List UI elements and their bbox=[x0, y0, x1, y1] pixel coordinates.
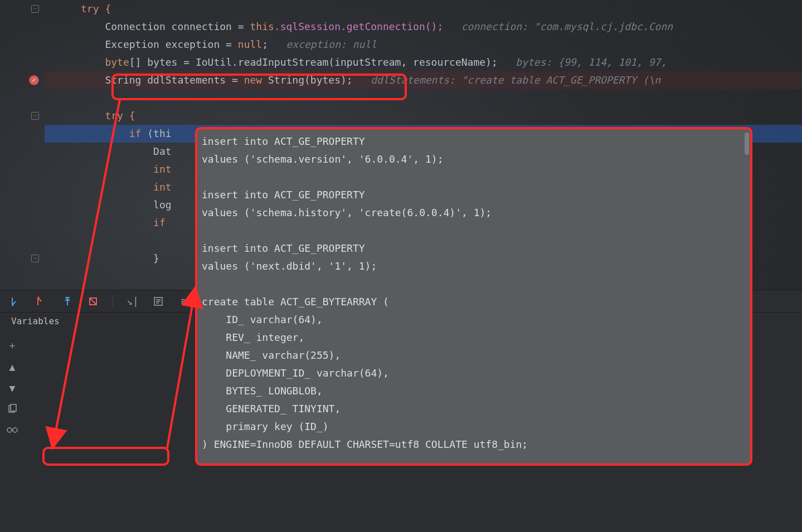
drop-frame-button[interactable] bbox=[87, 295, 99, 308]
code-text: (thi bbox=[141, 128, 171, 139]
tooltip-text: insert into ACT_GE_PROPERTY values ('sch… bbox=[197, 129, 750, 457]
inline-hint: connection: "com.mysql.cj.jdbc.Conn bbox=[443, 21, 673, 32]
down-button[interactable]: ▼ bbox=[6, 381, 19, 394]
inline-hint: ddlStatements: "create table ACT_GE_PROP… bbox=[353, 74, 667, 86]
code-text: .sqlSession.getConnection(); bbox=[274, 21, 443, 32]
code-text: if bbox=[129, 128, 142, 139]
up-button[interactable]: ▲ bbox=[6, 360, 19, 373]
step-into-button[interactable] bbox=[36, 295, 48, 308]
editor-gutter: − − − bbox=[0, 0, 45, 279]
code-text: int bbox=[153, 163, 172, 175]
code-text: Connection connection = bbox=[105, 21, 250, 32]
code-text: byte bbox=[105, 56, 129, 68]
scrollbar[interactable] bbox=[745, 133, 749, 155]
svg-point-4 bbox=[7, 428, 12, 432]
svg-point-5 bbox=[13, 428, 17, 432]
inline-hint: exception: null bbox=[268, 38, 377, 50]
code-text: log bbox=[153, 199, 172, 211]
toolbar-separator bbox=[113, 295, 113, 308]
code-text: ; bbox=[262, 38, 268, 50]
fold-icon[interactable]: − bbox=[31, 112, 39, 120]
code-text: int bbox=[153, 181, 172, 193]
debug-side-toolbar: ＋ ▲ ▼ bbox=[0, 334, 25, 532]
code-text: this bbox=[250, 21, 274, 32]
step-out-button[interactable] bbox=[61, 295, 74, 308]
copy-button[interactable] bbox=[6, 402, 19, 416]
step-over-button[interactable] bbox=[10, 295, 22, 308]
add-watch-button[interactable]: ＋ bbox=[6, 339, 19, 352]
breakpoint-icon[interactable] bbox=[29, 75, 39, 85]
watches-button[interactable] bbox=[6, 423, 19, 437]
code-text: if bbox=[153, 217, 166, 228]
fold-icon[interactable]: − bbox=[31, 255, 39, 262]
code-text: String(bytes); bbox=[262, 74, 353, 86]
code-text: Exception exception = bbox=[105, 38, 237, 50]
code-text: new bbox=[244, 74, 263, 86]
value-tooltip-popup[interactable]: insert into ACT_GE_PROPERTY values ('sch… bbox=[197, 129, 750, 463]
evaluate-button[interactable] bbox=[152, 295, 164, 308]
code-text: } bbox=[153, 252, 159, 264]
inline-hint: bytes: {99, 114, 101, 97, bbox=[498, 56, 667, 68]
code-text: try { bbox=[81, 3, 111, 14]
code-text: [] bytes = IoUtil.readInputStream(inputS… bbox=[129, 56, 498, 68]
code-text: Dat bbox=[153, 145, 172, 157]
trace-button[interactable]: ≋ bbox=[178, 295, 190, 308]
code-text: null bbox=[238, 38, 262, 50]
fold-icon[interactable]: − bbox=[31, 5, 39, 13]
svg-rect-3 bbox=[11, 404, 16, 411]
run-to-cursor-button[interactable]: ↘| bbox=[127, 295, 139, 308]
code-text: try { bbox=[105, 110, 135, 121]
code-text: String ddlStatements = bbox=[105, 74, 244, 86]
